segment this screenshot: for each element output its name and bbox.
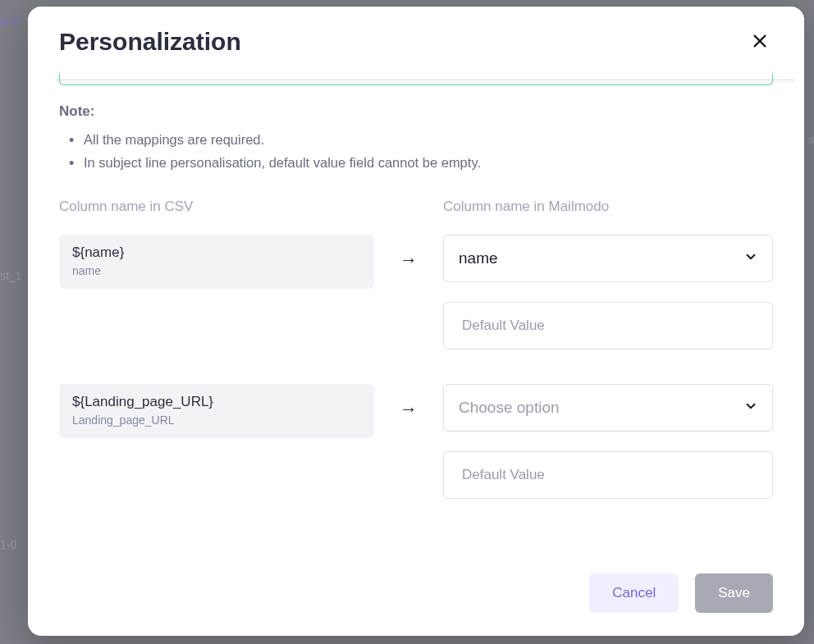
- csv-column-header: Column name in CSV: [59, 199, 443, 215]
- mailmodo-column-header: Column name in Mailmodo: [443, 199, 609, 215]
- note-title: Note:: [59, 103, 773, 120]
- save-button[interactable]: Save: [695, 573, 773, 613]
- personalization-modal: Personalization Note: All the mappings a…: [28, 7, 804, 636]
- mailmodo-field-select[interactable]: name: [443, 235, 773, 282]
- mailmodo-col: name: [443, 235, 773, 349]
- mailmodo-col: Choose option: [443, 384, 773, 499]
- select-value: name: [459, 249, 498, 267]
- arrow-right-icon: →: [400, 399, 418, 420]
- arrow-col: →: [374, 384, 443, 420]
- cancel-button[interactable]: Cancel: [589, 573, 679, 613]
- mapping-row: ${Landing_page_URL} Landing_page_URL → C…: [59, 384, 773, 499]
- csv-field-name: Landing_page_URL: [72, 413, 361, 427]
- mapping-columns-header: Column name in CSV Column name in Mailmo…: [59, 199, 773, 215]
- arrow-right-icon: →: [400, 249, 418, 271]
- modal-body: Note: All the mappings are required. In …: [28, 74, 804, 559]
- note-section: Note: All the mappings are required. In …: [59, 103, 773, 174]
- note-item: All the mappings are required.: [84, 128, 773, 151]
- mapping-row: ${name} name → name: [59, 235, 773, 349]
- bg-text: 1-0: [0, 538, 16, 551]
- note-list: All the mappings are required. In subjec…: [59, 128, 773, 174]
- bg-text: ct C: [0, 15, 21, 28]
- mailmodo-field-select[interactable]: Choose option: [443, 384, 773, 432]
- modal-header: Personalization: [28, 7, 804, 74]
- csv-template-label: ${name}: [72, 244, 361, 261]
- select-placeholder: Choose option: [459, 399, 560, 417]
- modal-footer: Cancel Save: [28, 559, 804, 636]
- modal-title: Personalization: [59, 28, 241, 56]
- default-value-input[interactable]: [443, 451, 773, 499]
- csv-template-label: ${Landing_page_URL}: [72, 394, 361, 410]
- note-item: In subject line personalisation, default…: [84, 151, 773, 174]
- bg-text: s: [808, 133, 814, 146]
- close-button[interactable]: [747, 29, 773, 55]
- csv-field-box: ${name} name: [59, 235, 374, 289]
- close-icon: [751, 32, 769, 53]
- arrow-col: →: [374, 235, 443, 271]
- csv-field-box: ${Landing_page_URL} Landing_page_URL: [59, 384, 374, 438]
- bg-text: st_1: [0, 269, 21, 282]
- csv-field-name: name: [72, 264, 361, 277]
- success-box-fragment: [59, 74, 773, 85]
- default-value-input[interactable]: [443, 302, 773, 349]
